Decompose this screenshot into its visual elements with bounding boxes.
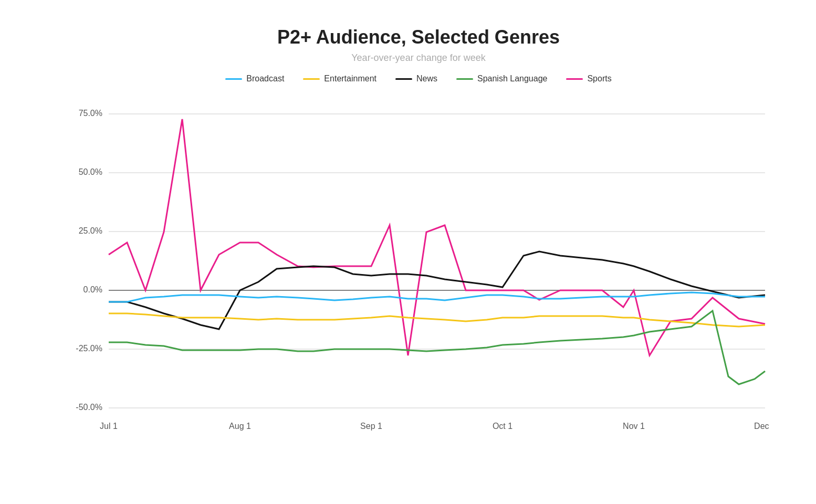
chart-svg: 75.0% 50.0% 25.0% 0.0% -25.0% -50.0% Jul… [67,93,770,450]
legend-label-entertainment: Entertainment [324,74,376,83]
ylabel-75: 75.0% [79,109,102,118]
xlabel-jul: Jul 1 [100,422,118,430]
legend-line-entertainment [303,78,320,80]
legend-label-spanish: Spanish Language [477,74,547,83]
xlabel-oct: Oct 1 [493,422,512,430]
legend-label-broadcast: Broadcast [246,74,284,83]
legend: Broadcast Entertainment News Spanish Lan… [67,74,770,83]
ylabel-0: 0.0% [83,285,102,294]
chart-title: P2+ Audience, Selected Genres [67,26,770,48]
line-spanish [109,311,765,384]
ylabel-minus50: -50.0% [76,403,102,412]
legend-line-sports [566,78,583,80]
xlabel-dec: Dec 1 [754,422,770,430]
legend-item-news: News [395,74,437,83]
ylabel-minus25: -25.0% [76,344,102,353]
legend-line-spanish [456,78,473,80]
legend-line-broadcast [225,78,242,80]
xlabel-aug: Aug 1 [229,422,251,430]
line-entertainment [109,313,765,327]
chart-container: P2+ Audience, Selected Genres Year-over-… [14,10,802,494]
chart-subtitle: Year-over-year change for week [67,52,770,64]
legend-label-sports: Sports [587,74,611,83]
legend-item-entertainment: Entertainment [303,74,376,83]
xlabel-nov: Nov 1 [623,422,645,430]
ylabel-50: 50.0% [79,167,102,176]
legend-item-broadcast: Broadcast [225,74,284,83]
xlabel-sep: Sep 1 [360,422,382,430]
legend-line-news [395,78,412,80]
legend-item-spanish: Spanish Language [456,74,547,83]
legend-label-news: News [416,74,437,83]
legend-item-sports: Sports [566,74,611,83]
line-broadcast [109,292,765,302]
ylabel-25: 25.0% [79,226,102,235]
